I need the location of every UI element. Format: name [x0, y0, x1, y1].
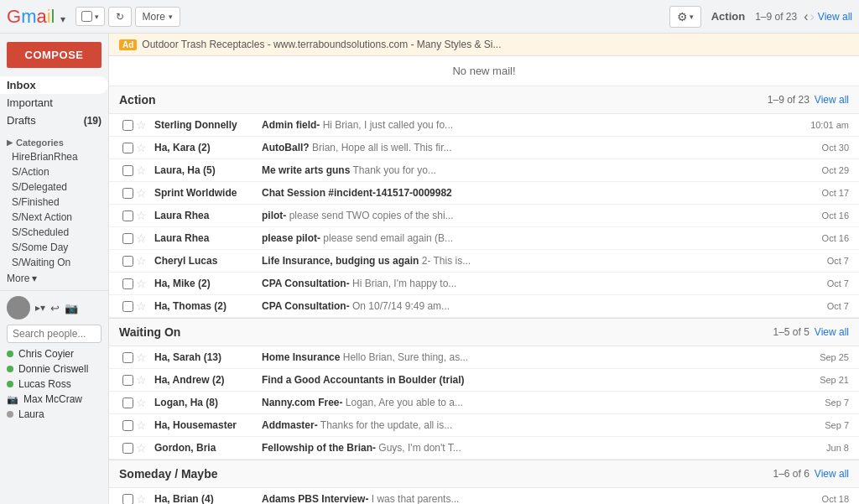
- sidebar-item-drafts[interactable]: Drafts (19): [0, 112, 108, 129]
- ad-text[interactable]: Outdoor Trash Receptacles - www.terrabou…: [142, 39, 501, 50]
- row-checkbox[interactable]: [122, 120, 133, 131]
- contact-max-mccraw[interactable]: 📷 Max McCraw: [7, 392, 102, 407]
- row-checkbox[interactable]: [122, 397, 133, 408]
- settings-button[interactable]: ⚙ ▾: [669, 6, 701, 28]
- call-icon[interactable]: ↩: [50, 302, 60, 314]
- section-waitingon-viewall[interactable]: View all: [815, 326, 849, 338]
- row-checkbox[interactable]: [122, 301, 133, 312]
- star-icon[interactable]: ☆: [136, 209, 149, 222]
- contact-donnie-criswell[interactable]: Donnie Criswell: [7, 361, 102, 377]
- sidebar-item-saction[interactable]: S/Action: [0, 164, 108, 179]
- ad-badge: Ad: [119, 39, 137, 50]
- sidebar-item-inbox[interactable]: Inbox: [0, 76, 108, 94]
- sidebar-item-hirebrianrhea[interactable]: HireBrianRhea: [0, 149, 108, 164]
- table-row[interactable]: ☆ Ha, Andrew (2) Find a Good Accountants…: [109, 369, 859, 392]
- row-checkbox[interactable]: [122, 188, 133, 199]
- categories-header[interactable]: ▶ Categories: [0, 132, 108, 149]
- set-status-icon[interactable]: ▸▾: [35, 302, 45, 314]
- row-checkbox-cell: [119, 494, 136, 505]
- row-checkbox[interactable]: [122, 420, 133, 431]
- sidebar-item-snextaction[interactable]: S/Next Action: [0, 210, 108, 225]
- section-someday-viewall[interactable]: View all: [815, 468, 849, 480]
- star-icon[interactable]: ☆: [136, 351, 149, 364]
- table-row[interactable]: ☆ Laura Rhea pilot- please send TWO copi…: [109, 205, 859, 227]
- star-icon[interactable]: ☆: [136, 396, 149, 409]
- table-row[interactable]: ☆ Sprint Worldwide Chat Session #inciden…: [109, 182, 859, 205]
- view-all-top-link[interactable]: View all: [818, 11, 852, 23]
- select-caret[interactable]: ▾: [95, 13, 99, 21]
- next-page-button[interactable]: ›: [810, 9, 815, 24]
- sidebar-item-swaitingon[interactable]: S/Waiting On: [0, 255, 108, 270]
- section-action-viewall[interactable]: View all: [815, 94, 849, 106]
- date: Oct 17: [803, 188, 849, 198]
- subject: pilot- please send TWO copies of the shi…: [262, 210, 803, 221]
- row-checkbox[interactable]: [122, 375, 133, 386]
- subject: CPA Consultation- Hi Brian, I'm happy to…: [262, 278, 803, 289]
- sender: Laura, Ha (5): [154, 164, 255, 176]
- row-checkbox[interactable]: [122, 278, 133, 289]
- refresh-button[interactable]: ↻: [108, 7, 132, 27]
- row-checkbox-cell: [119, 233, 136, 244]
- row-checkbox[interactable]: [122, 443, 133, 454]
- row-checkbox[interactable]: [122, 143, 133, 153]
- more-button[interactable]: More ▾: [135, 7, 180, 27]
- search-people-input[interactable]: [7, 325, 102, 343]
- sidebar-item-ssomeday[interactable]: S/Some Day: [0, 240, 108, 255]
- contact-lucas-ross[interactable]: Lucas Ross: [7, 377, 102, 392]
- star-icon[interactable]: ☆: [136, 186, 149, 200]
- select-dropdown[interactable]: ▾: [75, 7, 105, 26]
- contact-chris-coyier[interactable]: Chris Coyier: [7, 346, 102, 361]
- more-label: More: [143, 11, 165, 23]
- star-icon[interactable]: ☆: [136, 141, 149, 154]
- row-checkbox[interactable]: [122, 210, 133, 221]
- star-icon[interactable]: ☆: [136, 231, 149, 245]
- table-row[interactable]: ☆ Ha, Housemaster Addmaster- Thanks for …: [109, 414, 859, 437]
- table-row[interactable]: ☆ Ha, Sarah (13) Home Insurance Hello Br…: [109, 346, 859, 369]
- no-mail-bar: No new mail!: [109, 56, 859, 86]
- table-row[interactable]: ☆ Laura Rhea please pilot- please send e…: [109, 227, 859, 250]
- contact-laura[interactable]: Laura: [7, 407, 102, 422]
- row-checkbox[interactable]: [122, 494, 133, 505]
- subject: Admin field- Hi Brian, I just called you…: [262, 119, 803, 131]
- star-icon[interactable]: ☆: [136, 299, 149, 313]
- table-row[interactable]: ☆ Ha, Kara (2) AutoBall? Brian, Hope all…: [109, 137, 859, 159]
- star-icon[interactable]: ☆: [136, 277, 149, 290]
- star-icon[interactable]: ☆: [136, 441, 149, 455]
- table-row[interactable]: ☆ Laura, Ha (5) Me write arts guns Thank…: [109, 159, 859, 182]
- star-icon[interactable]: ☆: [136, 164, 149, 177]
- sidebar-item-sfinished[interactable]: S/Finished: [0, 195, 108, 210]
- row-checkbox[interactable]: [122, 352, 133, 363]
- sidebar-item-important[interactable]: Important: [0, 94, 108, 112]
- select-all-checkbox[interactable]: [81, 11, 92, 22]
- table-row[interactable]: ☆ Gordon, Bria Fellowship of the Brian- …: [109, 437, 859, 460]
- video-icon[interactable]: 📷: [65, 302, 78, 314]
- sidebar-item-sdelegated[interactable]: S/Delegated: [0, 179, 108, 195]
- sidebar-important-label: Important: [7, 96, 53, 109]
- more-caret: ▾: [169, 13, 173, 21]
- table-row[interactable]: ☆ Logan, Ha (8) Nanny.com Free- Logan, A…: [109, 392, 859, 414]
- star-icon[interactable]: ☆: [136, 373, 149, 387]
- sidebar-item-sscheduled[interactable]: S/Scheduled: [0, 225, 108, 240]
- compose-button[interactable]: COMPOSE: [7, 42, 102, 68]
- avatar[interactable]: [7, 296, 30, 320]
- row-checkbox[interactable]: [122, 256, 133, 267]
- sidebar-more-button[interactable]: More ▾: [0, 270, 108, 287]
- date: Oct 18: [803, 494, 849, 504]
- star-icon[interactable]: ☆: [136, 118, 149, 132]
- row-checkbox[interactable]: [122, 165, 133, 176]
- table-row[interactable]: ☆ Cheryl Lucas Life Insurance, budging u…: [109, 250, 859, 273]
- subject: CPA Consultation- On 10/7/14 9:49 am...: [262, 300, 803, 312]
- subject: Life Insurance, budging us again 2- This…: [262, 255, 803, 267]
- subject: Me write arts guns Thank you for yo...: [262, 164, 803, 176]
- star-icon[interactable]: ☆: [136, 492, 149, 504]
- table-row[interactable]: ☆ Ha, Mike (2) CPA Consultation- Hi Bria…: [109, 273, 859, 295]
- table-row[interactable]: ☆ Ha, Thomas (2) CPA Consultation- On 10…: [109, 295, 859, 318]
- row-checkbox[interactable]: [122, 233, 133, 244]
- prev-page-button[interactable]: ‹: [804, 9, 808, 24]
- star-icon[interactable]: ☆: [136, 254, 149, 268]
- table-row[interactable]: ☆ Ha, Brian (4) Adams PBS Interview- I w…: [109, 488, 859, 504]
- star-icon[interactable]: ☆: [136, 418, 149, 432]
- sender: Ha, Thomas (2): [154, 300, 255, 312]
- gmail-logo[interactable]: Gmail ▾: [7, 6, 65, 28]
- table-row[interactable]: ☆ Sterling Donnelly Admin field- Hi Bria…: [109, 114, 859, 137]
